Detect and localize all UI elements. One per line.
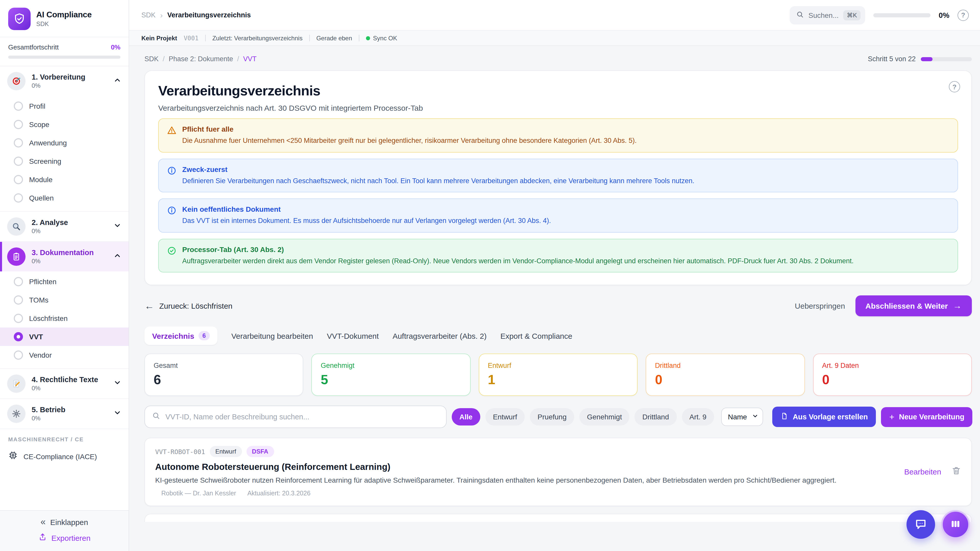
sidebar-item-vvt[interactable]: VVT	[0, 327, 129, 346]
stat-card-drittland: Drittland 0	[646, 354, 805, 396]
sidebar-item-scope[interactable]: Scope	[0, 115, 129, 134]
page-breadcrumb: SDK / Phase 2: Dokumente / VVT	[145, 55, 256, 63]
record-card-vvt-robot-001[interactable]: VVT-ROBOT-001 Entwurf DSFA Autonome Robo…	[145, 438, 972, 507]
sort-select[interactable]: Name	[721, 408, 763, 426]
alert-body: Die Ausnahme fuer Unternehmen <250 Mitar…	[182, 136, 637, 146]
breadcrumb: SDK › Verarbeitungsverzeichnis	[142, 11, 251, 19]
phase-title: 1. Vorbereitung	[32, 73, 107, 81]
filter-chip-art9[interactable]: Art. 9	[682, 408, 714, 426]
new-processing-button[interactable]: + Neue Verarbeitung	[881, 407, 973, 427]
crumb-sdk[interactable]: SDK	[145, 55, 159, 63]
trash-icon[interactable]	[951, 466, 961, 478]
collapse-sidebar-button[interactable]: « Einklappen	[7, 517, 121, 527]
skip-button[interactable]: Ueberspringen	[795, 302, 845, 310]
export-button[interactable]: Exportieren	[7, 533, 121, 543]
shield-logo-icon	[8, 8, 30, 30]
magnifier-icon	[7, 218, 25, 236]
wizard-nav-row: ← Zurueck: Löschfristen Ueberspringen Ab…	[145, 295, 972, 317]
sidebar-phase-dokumentation: 3. Dokumentation 0% Pflichten TOMs Lösch…	[0, 242, 129, 369]
sidebar-item-loeschfristen[interactable]: Löschfristen	[0, 309, 129, 327]
gear-icon	[7, 405, 25, 423]
page-title: Verarbeitungsverzeichnis	[158, 83, 958, 99]
help-icon[interactable]: ?	[949, 81, 960, 92]
sidebar-item-anwendung[interactable]: Anwendung	[0, 134, 129, 152]
phase-header-betrieb[interactable]: 5. Betrieb 0%	[0, 399, 129, 429]
info-circle-icon	[167, 165, 177, 186]
back-button[interactable]: ← Zurueck: Löschfristen	[145, 301, 232, 311]
sidebar-item-quellen[interactable]: Quellen	[0, 189, 129, 207]
columns-fab-button[interactable]	[941, 510, 970, 539]
tab-vvt-dokument[interactable]: VVT-Dokument	[327, 327, 379, 345]
tab-auftragsverarbeiter[interactable]: Auftragsverarbeiter (Abs. 2)	[393, 327, 487, 345]
create-from-template-button[interactable]: Aus Vorlage erstellen	[772, 407, 876, 427]
sidebar-item-module[interactable]: Module	[0, 170, 129, 189]
filter-chip-pruefung[interactable]: Pruefung	[530, 408, 574, 426]
phase-title: 2. Analyse	[32, 218, 107, 227]
alert-title: Processor-Tab (Art. 30 Abs. 2)	[182, 245, 854, 253]
phase-header-rechtliche-texte[interactable]: 4. Rechtliche Texte 0%	[0, 369, 129, 399]
crumb-current: VVT	[243, 55, 257, 63]
memo-icon	[7, 375, 25, 393]
phase-header-dokumentation[interactable]: 3. Dokumentation 0%	[0, 242, 129, 272]
phase-header-vorbereitung[interactable]: 1. Vorbereitung 0%	[0, 66, 129, 96]
plus-icon: +	[889, 413, 894, 421]
alert-warning: Pflicht fuer alle Die Ausnahme fuer Unte…	[158, 118, 958, 152]
phase-title: 4. Rechtliche Texte	[32, 375, 107, 384]
divider	[205, 35, 206, 41]
sidebar-footer: « Einklappen Exportieren	[0, 510, 129, 551]
header-progress-bar	[873, 13, 931, 17]
phase-percent: 0%	[32, 258, 107, 265]
filter-chip-alle[interactable]: Alle	[452, 408, 480, 426]
sidebar-item-pflichten[interactable]: Pflichten	[0, 272, 129, 291]
arrow-left-icon: ←	[145, 301, 154, 311]
columns-icon	[950, 518, 962, 531]
sidebar-item-screening[interactable]: Screening	[0, 152, 129, 170]
last-saved-time: Gerade eben	[316, 35, 352, 41]
last-activity: Zuletzt: Verarbeitungsverzeichnis	[212, 35, 303, 41]
page-header-card: ? Verarbeitungsverzeichnis Verarbeitungs…	[145, 70, 972, 286]
step-label: Schritt 5 von 22	[868, 55, 916, 63]
alert-title: Zweck-zuerst	[182, 165, 694, 173]
breadcrumb-root[interactable]: SDK	[142, 11, 156, 19]
sidebar-item-profil[interactable]: Profil	[0, 97, 129, 115]
global-search-button[interactable]: Suchen... ⌘K	[790, 6, 865, 24]
alert-info: Kein oeffentliches Dokument Das VVT ist …	[158, 198, 958, 232]
tab-verarbeitung-bearbeiten[interactable]: Verarbeitung bearbeiten	[231, 327, 313, 345]
divider	[359, 35, 360, 41]
search-icon	[796, 11, 804, 20]
document-icon	[780, 413, 788, 422]
keyboard-shortcut-badge: ⌘K	[843, 10, 861, 20]
tab-verzeichnis[interactable]: Verzeichnis 6	[145, 327, 218, 345]
sidebar-item-ce-compliance[interactable]: CE-Compliance (IACE)	[0, 445, 129, 468]
radio-icon	[14, 138, 23, 148]
tab-export-compliance[interactable]: Export & Compliance	[501, 327, 573, 345]
project-status: Kein Projekt	[142, 35, 177, 41]
divider	[309, 35, 310, 41]
page-content[interactable]: SDK / Phase 2: Dokumente / VVT Schritt 5…	[129, 46, 980, 551]
crumb-phase[interactable]: Phase 2: Dokumente	[169, 55, 233, 63]
sidebar-section-label: MASCHINENRECHT / CE	[0, 429, 129, 445]
next-record-card[interactable]	[145, 514, 972, 522]
radio-icon	[14, 175, 23, 184]
filter-chip-drittland[interactable]: Drittland	[635, 408, 676, 426]
filter-chip-entwurf[interactable]: Entwurf	[485, 408, 525, 426]
radio-icon	[14, 277, 23, 286]
sidebar-item-toms[interactable]: TOMs	[0, 291, 129, 309]
phase-header-analyse[interactable]: 2. Analyse 0%	[0, 212, 129, 241]
phase-title: 3. Dokumentation	[32, 248, 107, 257]
record-title: Autonome Robotersteuerung (Reinforcement…	[155, 462, 896, 473]
complete-continue-button[interactable]: Abschliessen & Weiter →	[855, 295, 972, 317]
edit-button[interactable]: Bearbeiten	[904, 467, 941, 476]
overall-progress-value: 0%	[111, 43, 121, 51]
chat-fab-button[interactable]	[907, 510, 935, 539]
record-id: VVT-ROBOT-001	[155, 448, 205, 456]
alert-body: Auftragsverarbeiter werden direkt aus de…	[182, 256, 854, 266]
record-search	[145, 406, 447, 428]
search-icon	[152, 412, 160, 422]
help-icon[interactable]: ?	[958, 10, 969, 21]
chevron-down-icon	[113, 221, 121, 232]
sidebar-item-vendor[interactable]: Vendor	[0, 346, 129, 364]
filter-chip-genehmigt[interactable]: Genehmigt	[579, 408, 630, 426]
search-input[interactable]	[165, 413, 439, 421]
stat-card-genehmigt: Genehmigt 5	[312, 354, 471, 396]
